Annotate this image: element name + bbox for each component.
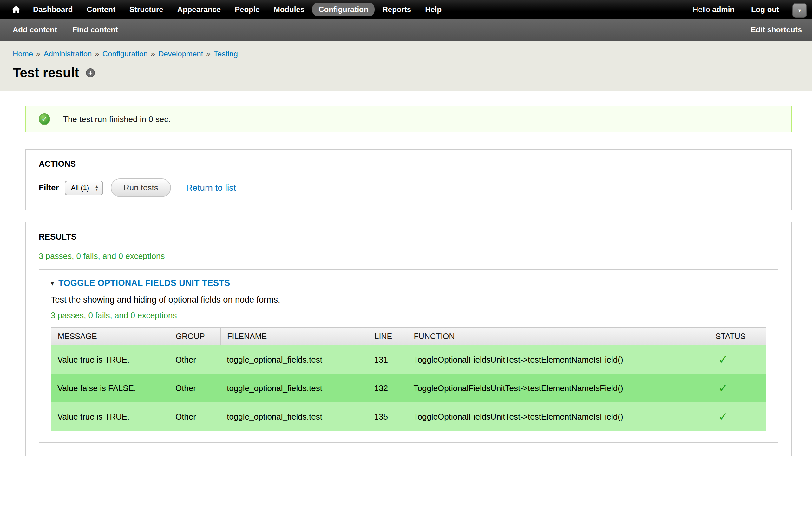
menu-item-dashboard[interactable]: Dashboard (27, 3, 79, 16)
menu-item-modules[interactable]: Modules (267, 3, 311, 16)
cell-function: ToggleOptionalFieldsUnitTest->testElemen… (407, 374, 709, 402)
cell-group: Other (169, 345, 220, 374)
test-group-summary: 3 passes, 0 fails, and 0 exceptions (51, 311, 766, 320)
test-results-table: MESSAGE GROUP FILENAME LINE FUNCTION STA… (51, 327, 766, 431)
greeting-text: Hello (693, 5, 710, 14)
menu-item-reports[interactable]: Reports (376, 3, 417, 16)
menu-item-structure[interactable]: Structure (123, 3, 170, 16)
chevron-down-icon: ▾ (798, 7, 801, 14)
main-content: ✓ The test run finished in 0 sec. ACTION… (0, 91, 812, 507)
breadcrumb-administration[interactable]: Administration (44, 49, 92, 58)
cell-function: ToggleOptionalFieldsUnitTest->testElemen… (407, 345, 709, 374)
return-to-list-link[interactable]: Return to list (186, 183, 236, 193)
test-group-description: Test the showing and hiding of optional … (51, 295, 766, 305)
status-message-text: The test run finished in 0 sec. (63, 114, 171, 124)
menu-item-help[interactable]: Help (419, 3, 448, 16)
cell-status: ✓ (709, 374, 766, 402)
breadcrumb-development[interactable]: Development (158, 49, 203, 58)
check-icon: ✓ (715, 382, 728, 395)
select-arrows-icon: ▲ ▼ (95, 185, 99, 191)
results-fieldset: RESULTS 3 passes, 0 fails, and 0 excepti… (26, 222, 792, 456)
table-row: Value false is FALSE. Other toggle_optio… (51, 374, 766, 402)
breadcrumb-configuration[interactable]: Configuration (102, 49, 148, 58)
shortcut-add-content[interactable]: Add content (13, 25, 57, 34)
menu-item-appearance[interactable]: Appearance (171, 3, 227, 16)
column-header-line: LINE (368, 328, 407, 345)
shortcut-find-content[interactable]: Find content (72, 25, 118, 34)
filter-select-value: All (1) (71, 184, 89, 192)
toolbar-user-area: Hello admin Log out (693, 5, 779, 14)
actions-legend: ACTIONS (39, 159, 778, 169)
username-link[interactable]: admin (712, 5, 734, 14)
page-title: Test result (13, 65, 79, 80)
cell-line: 132 (368, 374, 407, 402)
table-row: Value true is TRUE. Other toggle_optiona… (51, 345, 766, 374)
column-header-filename: FILENAME (220, 328, 368, 345)
cell-status: ✓ (709, 402, 766, 431)
add-shortcut-icon[interactable]: + (86, 68, 95, 77)
column-header-message: MESSAGE (51, 328, 169, 345)
actions-fieldset: ACTIONS Filter All (1) ▲ ▼ Run tests Ret… (26, 149, 792, 210)
toolbar-toggle-button[interactable]: ▾ (792, 3, 807, 18)
test-group-title: TOGGLE OPTIONAL FIELDS UNIT TESTS (58, 278, 230, 288)
page-header: Home»Administration»Configuration»Develo… (0, 41, 812, 91)
success-check-icon: ✓ (39, 113, 50, 125)
column-header-function: FUNCTION (407, 328, 709, 345)
cell-filename: toggle_optional_fields.test (220, 402, 368, 431)
filter-label: Filter (39, 183, 59, 193)
table-row: Value true is TRUE. Other toggle_optiona… (51, 402, 766, 431)
results-legend: RESULTS (39, 232, 778, 242)
cell-filename: toggle_optional_fields.test (220, 374, 368, 402)
cell-line: 131 (368, 345, 407, 374)
menu-item-content[interactable]: Content (80, 3, 122, 16)
breadcrumb-testing[interactable]: Testing (214, 49, 238, 58)
breadcrumb-separator: » (36, 49, 40, 58)
breadcrumb-separator: » (151, 49, 155, 58)
logout-link[interactable]: Log out (751, 5, 779, 14)
cell-filename: toggle_optional_fields.test (220, 345, 368, 374)
breadcrumb-separator: » (95, 49, 99, 58)
menu-item-people[interactable]: People (229, 3, 266, 16)
check-icon: ✓ (715, 353, 728, 366)
breadcrumb-home[interactable]: Home (13, 49, 33, 58)
cell-message: Value true is TRUE. (51, 402, 169, 431)
admin-toolbar: Dashboard Content Structure Appearance P… (0, 0, 812, 19)
user-greeting: Hello admin (693, 5, 734, 14)
filter-select[interactable]: All (1) ▲ ▼ (65, 181, 103, 195)
page: Dashboard Content Structure Appearance P… (0, 0, 812, 507)
results-summary: 3 passes, 0 fails, and 0 exceptions (39, 251, 778, 261)
cell-group: Other (169, 374, 220, 402)
cell-line: 135 (368, 402, 407, 431)
test-group-fieldset: ▾ TOGGLE OPTIONAL FIELDS UNIT TESTS Test… (39, 269, 778, 443)
cell-status: ✓ (709, 345, 766, 374)
test-group-legend[interactable]: ▾ TOGGLE OPTIONAL FIELDS UNIT TESTS (51, 278, 766, 288)
status-message: ✓ The test run finished in 0 sec. (26, 106, 792, 132)
cell-group: Other (169, 402, 220, 431)
check-icon: ✓ (715, 410, 728, 424)
breadcrumb: Home»Administration»Configuration»Develo… (13, 49, 799, 58)
collapse-arrow-icon: ▾ (51, 279, 54, 287)
admin-menu: Dashboard Content Structure Appearance P… (26, 3, 449, 16)
column-header-status: STATUS (709, 328, 766, 345)
home-icon[interactable] (6, 3, 26, 16)
cell-message: Value true is TRUE. (51, 345, 169, 374)
home-icon-glyph (12, 6, 20, 13)
cell-message: Value false is FALSE. (51, 374, 169, 402)
column-header-group: GROUP (169, 328, 220, 345)
shortcuts-bar: Add content Find content Edit shortcuts (0, 19, 812, 41)
run-tests-button[interactable]: Run tests (111, 178, 171, 197)
menu-item-configuration[interactable]: Configuration (312, 3, 374, 16)
table-header-row: MESSAGE GROUP FILENAME LINE FUNCTION STA… (51, 328, 766, 345)
breadcrumb-separator: » (206, 49, 210, 58)
cell-function: ToggleOptionalFieldsUnitTest->testElemen… (407, 402, 709, 431)
edit-shortcuts-link[interactable]: Edit shortcuts (751, 25, 802, 34)
